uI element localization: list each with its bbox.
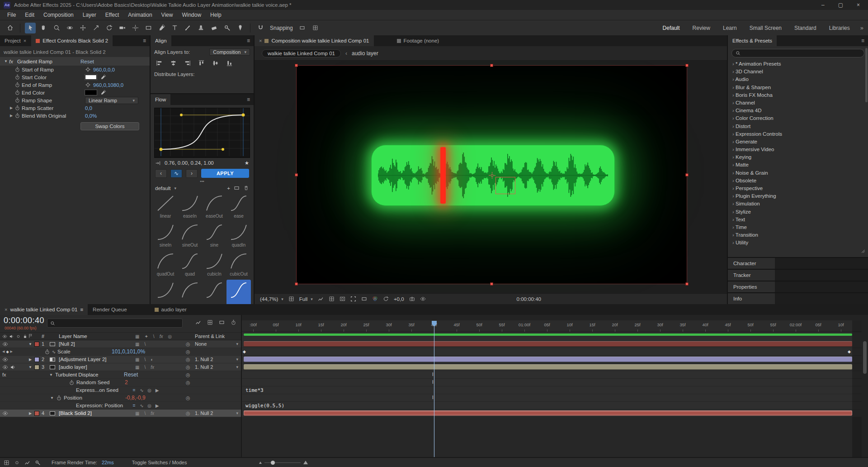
flow-preset-quad[interactable]: quad bbox=[178, 251, 202, 280]
tab-effect-controls[interactable]: Effect Controls Black Solid 2 bbox=[31, 35, 113, 46]
flow-preset-sine[interactable]: sine bbox=[202, 222, 226, 251]
label-color-swatch[interactable] bbox=[34, 342, 39, 347]
bezier-values[interactable]: 0.76, 0.00, 0.24, 1.00 bbox=[165, 160, 214, 166]
flow-preset-quadIn[interactable]: quadIn bbox=[226, 222, 251, 251]
scrollbar-thumb[interactable] bbox=[863, 341, 867, 374]
effects-category[interactable]: 3D Channel bbox=[728, 68, 868, 76]
timeline-search-input[interactable] bbox=[47, 319, 183, 328]
effects-category[interactable]: Utility bbox=[728, 239, 868, 247]
close-tab-icon[interactable]: × bbox=[259, 38, 262, 43]
collapse-switch-icon[interactable]: ▦ bbox=[135, 357, 139, 362]
stopwatch-icon[interactable] bbox=[69, 380, 75, 386]
effect-name[interactable]: Gradient Ramp bbox=[17, 59, 80, 64]
label-color-swatch[interactable] bbox=[34, 411, 39, 416]
flow-preset-unnamed[interactable] bbox=[178, 280, 202, 304]
collapse-switch-icon[interactable]: ▦ bbox=[135, 411, 139, 416]
stopwatch-icon[interactable] bbox=[14, 113, 20, 119]
zoom-in-icon[interactable] bbox=[303, 461, 308, 464]
parent-dropdown[interactable]: None▾ bbox=[195, 341, 241, 347]
zoom-out-icon[interactable] bbox=[259, 462, 262, 464]
property-row[interactable]: ◀ ◆ ▶ ∿ Scale 101,0,101,0% ◎ bbox=[0, 348, 241, 356]
time-ruler[interactable]: :00f05f10f15f20f25f30f35f40f45f50f55f01:… bbox=[242, 320, 862, 332]
layer-duration-bar[interactable] bbox=[244, 364, 852, 370]
keyframe-icon[interactable]: ◆ bbox=[848, 349, 851, 354]
flow-preset-sineOut[interactable]: sineOut bbox=[178, 222, 202, 251]
effects-category[interactable]: Text bbox=[728, 216, 868, 224]
parent-dropdown[interactable]: 1. Null 2▾ bbox=[195, 357, 241, 362]
fx-switch-icon[interactable]: fx bbox=[151, 365, 154, 370]
resize-handle[interactable] bbox=[295, 173, 298, 176]
menu-item[interactable]: Help bbox=[206, 12, 226, 18]
preset-group-dropdown[interactable]: default bbox=[155, 186, 171, 191]
side-panel-tab[interactable]: Properties bbox=[728, 281, 868, 292]
panel-resize-grip-icon[interactable] bbox=[860, 248, 866, 255]
tab-audio-layer[interactable]: audio layer bbox=[150, 304, 191, 315]
flow-preset-quadOut[interactable]: quadOut bbox=[153, 251, 178, 280]
parent-pickwhip-icon[interactable]: ◎ bbox=[186, 357, 195, 362]
stopwatch-icon[interactable] bbox=[14, 82, 20, 88]
panel-menu-icon[interactable]: ≡ bbox=[243, 94, 254, 105]
layer-name[interactable]: [Black Solid 2] bbox=[59, 410, 135, 416]
camera-tool[interactable] bbox=[117, 23, 127, 33]
duplicate-preset-button[interactable] bbox=[234, 185, 240, 191]
layer-name[interactable]: [Null 2] bbox=[59, 341, 135, 347]
expression-graph-icon[interactable]: ∿ bbox=[138, 403, 146, 408]
panel-menu-icon[interactable]: ≡ bbox=[80, 307, 83, 312]
effects-category[interactable]: Matte bbox=[728, 161, 868, 169]
scrollbar-thumb[interactable] bbox=[865, 48, 868, 102]
flow-preset-ease[interactable]: ease bbox=[226, 193, 251, 222]
effects-category[interactable]: Audio bbox=[728, 76, 868, 83]
ruler-tick[interactable]: 40f bbox=[694, 320, 717, 327]
expander-icon[interactable]: ▼ bbox=[48, 396, 56, 400]
resolution-dropdown[interactable]: Full▾ bbox=[299, 296, 313, 302]
eye-icon[interactable] bbox=[2, 341, 8, 347]
effect-group-row[interactable]: fx ▼ Turbulent Displace Reset ◎ bbox=[0, 371, 241, 379]
ruler-tick[interactable]: 45f bbox=[445, 320, 468, 327]
parent-pickwhip-icon[interactable]: ◎ bbox=[186, 341, 195, 347]
layer-name[interactable]: [Adjustment Layer 2] bbox=[59, 357, 135, 362]
favorite-star-icon[interactable]: ★ bbox=[245, 160, 249, 166]
expression-pickwhip-icon[interactable]: ◎ bbox=[146, 388, 153, 393]
effects-category[interactable]: Boris FX Mocha bbox=[728, 91, 868, 99]
magnification-dropdown[interactable]: (44,7%)▾ bbox=[260, 296, 283, 302]
point-crosshair-icon[interactable] bbox=[85, 82, 91, 88]
effects-category[interactable]: Noise & Grain bbox=[728, 169, 868, 177]
layer-row-selected[interactable]: ▶ 4 [Black Solid 2] ▦ \ fx ◎ 1. Null 2▾ bbox=[0, 410, 241, 417]
collapse-switch-icon[interactable]: ▦ bbox=[135, 342, 139, 347]
layer-duration-bar-selected[interactable] bbox=[244, 410, 852, 416]
resize-handle[interactable] bbox=[685, 282, 689, 286]
property-value[interactable]: 960,0,0,0 bbox=[93, 67, 115, 72]
expression-label[interactable]: Express...on Seed bbox=[76, 387, 130, 393]
ruler-tick[interactable]: 01:00f bbox=[513, 320, 536, 327]
stopwatch-icon[interactable] bbox=[14, 105, 20, 111]
apply-button[interactable]: APPLY bbox=[201, 169, 249, 178]
stopwatch-icon[interactable] bbox=[14, 97, 20, 103]
layer-row[interactable]: ▼ 1 [Null 2] ▦ \ ◎ None▾ bbox=[0, 340, 241, 348]
mask-visibility-icon[interactable] bbox=[340, 296, 345, 302]
quality-switch-icon[interactable]: \ bbox=[144, 342, 146, 347]
ruler-tick[interactable]: 10f bbox=[830, 320, 852, 327]
flow-preset-easeOut[interactable]: easeOut bbox=[202, 193, 226, 222]
panel-menu-icon[interactable]: ≡ bbox=[139, 35, 150, 46]
panel-menu-icon[interactable]: ≡ bbox=[858, 35, 868, 46]
snapping-option-a[interactable] bbox=[297, 23, 308, 33]
ruler-tick[interactable]: 35f bbox=[400, 320, 423, 327]
effects-category[interactable]: Time bbox=[728, 224, 868, 231]
layer-row[interactable]: ▶ 2 [Adjustment Layer 2] ▦ \ ◐ ◎ 1. Null… bbox=[0, 356, 241, 363]
property-value[interactable]: -0,8,-0,9 bbox=[125, 395, 146, 401]
ruler-tick[interactable]: 15f bbox=[310, 320, 332, 327]
side-panel-tab[interactable]: Tracker bbox=[728, 270, 868, 281]
effects-category[interactable]: Cinema 4D bbox=[728, 107, 868, 114]
snapping-label[interactable]: Snapping bbox=[270, 25, 293, 31]
graph-editor-icon[interactable] bbox=[231, 319, 236, 325]
label-color-swatch[interactable] bbox=[34, 365, 39, 370]
ruler-tick[interactable]: 05f bbox=[807, 320, 830, 327]
maximize-button[interactable]: ▢ bbox=[838, 2, 843, 8]
close-tab-icon[interactable]: × bbox=[5, 307, 7, 312]
motion-blur-icon[interactable] bbox=[24, 460, 30, 466]
timeline-scrollbar[interactable] bbox=[862, 320, 868, 457]
expression-enable-icon[interactable]: = bbox=[130, 388, 138, 393]
align-v-center-button[interactable] bbox=[211, 59, 219, 67]
eyedropper-icon[interactable] bbox=[100, 74, 106, 80]
side-panel-tab[interactable]: Character bbox=[728, 258, 868, 269]
